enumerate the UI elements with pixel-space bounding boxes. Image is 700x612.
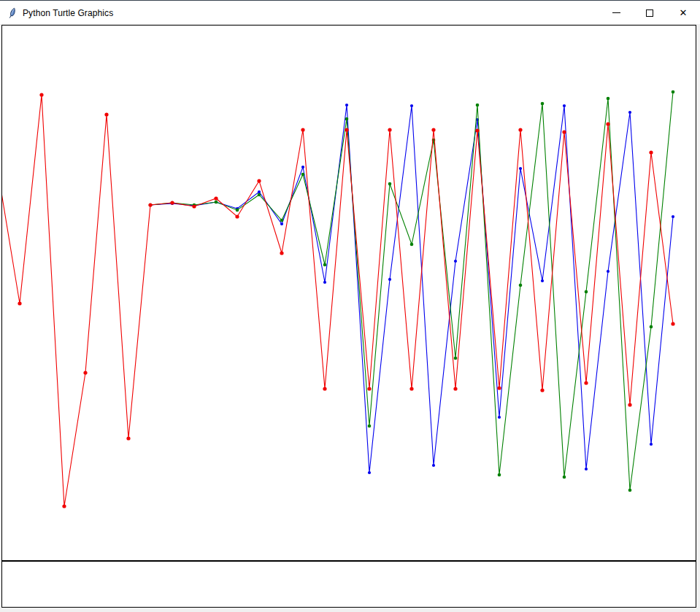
blue-series-point xyxy=(432,464,435,467)
red-series-point xyxy=(475,128,479,132)
minimize-icon xyxy=(612,12,620,13)
green-series-point xyxy=(541,102,545,106)
turtle-graphics-window: Python Turtle Graphics ✕ xyxy=(0,0,700,612)
green-series-point xyxy=(280,219,284,222)
tk-feather-icon xyxy=(7,7,18,19)
window-title: Python Turtle Graphics xyxy=(23,8,113,18)
red-series-point xyxy=(192,204,196,208)
red-series-point xyxy=(257,179,261,182)
green-series-point xyxy=(607,97,610,101)
red-series-point xyxy=(431,128,435,131)
red-series-point xyxy=(235,214,239,218)
red-series-point xyxy=(497,386,501,390)
title-bar: Python Turtle Graphics ✕ xyxy=(0,1,700,24)
blue-series-line xyxy=(150,105,673,473)
green-series-point xyxy=(236,209,239,212)
blue-series-point xyxy=(258,190,261,193)
green-series-point xyxy=(368,425,372,428)
green-series xyxy=(149,90,675,492)
green-series-point xyxy=(345,117,349,121)
green-series-point xyxy=(258,193,261,197)
red-series-point xyxy=(453,387,457,390)
blue-series xyxy=(149,104,674,474)
red-series-point xyxy=(628,403,631,406)
window-controls: ✕ xyxy=(599,1,700,24)
green-series-point xyxy=(454,357,458,360)
green-series-point xyxy=(388,182,392,186)
green-series-point xyxy=(563,476,566,479)
green-series-point xyxy=(323,263,327,267)
red-series-point xyxy=(345,128,348,131)
blue-series-point xyxy=(628,111,631,114)
red-series-point xyxy=(148,203,152,206)
red-series-point xyxy=(170,201,174,204)
maximize-button[interactable] xyxy=(633,1,666,24)
turtle-drawing xyxy=(2,26,696,607)
green-series-line xyxy=(150,92,673,490)
blue-series-point xyxy=(541,279,544,282)
red-series-point xyxy=(606,122,609,125)
red-series xyxy=(2,93,675,508)
red-series-point xyxy=(280,251,283,255)
close-button[interactable]: ✕ xyxy=(666,1,700,24)
maximize-icon xyxy=(646,9,653,17)
blue-series-point xyxy=(323,281,326,284)
blue-series-point xyxy=(585,468,588,470)
green-series-point xyxy=(628,489,632,492)
turtle-canvas xyxy=(1,25,696,608)
blue-series-point xyxy=(410,104,413,107)
red-series-point xyxy=(409,387,413,390)
red-series-point xyxy=(562,130,566,133)
green-series-point xyxy=(498,473,501,477)
blue-series-point xyxy=(368,471,371,474)
red-series-point xyxy=(39,93,43,96)
green-series-point xyxy=(672,90,675,94)
red-series-point xyxy=(649,150,653,154)
blue-series-point xyxy=(345,104,348,106)
green-series-point xyxy=(476,104,480,107)
red-series-point xyxy=(671,322,674,325)
red-series-point xyxy=(323,387,326,390)
minimize-button[interactable] xyxy=(599,1,633,24)
blue-series-point xyxy=(672,215,674,218)
red-series-point xyxy=(540,388,544,392)
red-series-point xyxy=(126,436,130,440)
green-series-point xyxy=(519,284,523,287)
green-series-point xyxy=(650,325,653,329)
close-icon: ✕ xyxy=(680,8,688,18)
green-series-point xyxy=(585,290,588,294)
red-series-point xyxy=(584,381,588,384)
blue-series-point xyxy=(301,166,304,169)
green-series-point xyxy=(215,201,218,204)
blue-series-point xyxy=(454,260,457,263)
green-series-point xyxy=(410,243,414,247)
red-series-point xyxy=(104,112,108,116)
red-series-point xyxy=(301,128,304,131)
blue-series-point xyxy=(563,104,566,107)
red-series-line xyxy=(2,95,673,506)
blue-series-point xyxy=(280,222,283,225)
red-series-point xyxy=(388,128,391,131)
red-series-point xyxy=(518,128,522,131)
blue-series-point xyxy=(650,443,653,446)
blue-series-point xyxy=(498,416,501,419)
blue-series-point xyxy=(388,278,391,281)
red-series-point xyxy=(367,387,371,390)
red-series-point xyxy=(18,301,21,305)
blue-series-point xyxy=(519,167,522,170)
green-series-point xyxy=(301,173,305,177)
red-series-point xyxy=(214,196,218,200)
red-series-point xyxy=(83,371,87,374)
red-series-point xyxy=(62,504,66,508)
blue-series-point xyxy=(607,270,609,273)
